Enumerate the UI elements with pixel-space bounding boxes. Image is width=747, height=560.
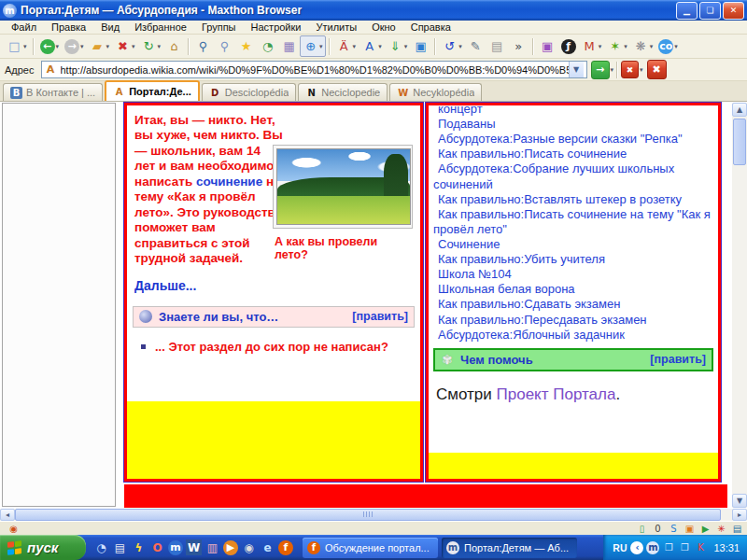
stop-big-button[interactable]: ✖ [647,60,667,79]
wiki-link[interactable]: концерт [433,103,713,117]
updater-icon[interactable]: ▶ [699,523,712,535]
wiki-link[interactable]: Школьная белая ворона [433,282,713,297]
wiki-link[interactable]: Абсурдотека:Собрание лучших школьных соч… [433,161,713,191]
dropdown-arrow[interactable]: ▾ [650,43,654,50]
wiki-link[interactable]: Школа №104 [433,267,713,282]
counter-badge[interactable]: 0 [652,523,664,535]
close-button[interactable]: ✕ [723,2,744,20]
network-icon[interactable]: ❒ [662,541,675,554]
url-text[interactable]: http://absurdopedia.wikia.com/wiki/%D0%9… [61,64,569,76]
proxy-globe-button[interactable]: ⊕ ▾ [300,35,326,57]
wiki-link[interactable]: Абсурдотека:Яблочный задачник [433,328,713,343]
restore-button[interactable]: ❏ [699,2,721,20]
tab-neciclopedie[interactable]: N Neciclopedie [298,83,388,101]
kaspersky-status-icon[interactable]: ✳ [715,523,727,535]
task-button[interactable]: m Портал:Детям — Аб... [442,538,577,558]
ball-icon[interactable]: ◉ [241,539,257,555]
dropdown-arrow[interactable]: ▾ [353,43,357,50]
stop-button[interactable]: ✖ ▾ [112,35,138,57]
dropdown-arrow[interactable]: ▾ [23,43,27,50]
translate-button[interactable]: Ä ▾ [333,35,359,57]
dropdown-arrow[interactable]: ▾ [319,43,323,50]
favorites-star-button[interactable]: ★ [235,35,257,57]
menu-item[interactable]: Правка [44,21,93,34]
scheduler-icon[interactable]: ◔ [93,539,109,555]
wiki-link[interactable]: Абсурдотека:Разные версии сказки "Репка" [433,132,713,147]
dropdown-arrow[interactable]: ▾ [378,43,382,50]
winamp-icon[interactable]: ϟ [131,539,147,555]
dropdown-arrow[interactable]: ▾ [80,43,84,50]
dropdown-arrow[interactable]: ▾ [106,43,110,50]
word-icon[interactable]: W [186,539,202,555]
tab-desciclopedia[interactable]: D Desciclopédia [202,83,296,101]
paint-icon[interactable]: ▥ [204,539,220,555]
more-link[interactable]: Дальше... [134,278,420,293]
wiki-link[interactable]: Как правильно:Вставлять штекер в розетку [433,192,713,207]
menu-item[interactable]: Файл [4,21,44,34]
co-badge-button[interactable]: co ▾ [655,35,681,57]
new-page-button[interactable]: □ ▾ [4,35,30,57]
forward-button[interactable]: → ▾ [62,35,87,57]
firefox-icon[interactable]: f [278,540,293,555]
ie-icon[interactable]: e [260,539,275,555]
menu-item[interactable]: Справка [403,21,458,34]
rss-icon[interactable]: S [668,523,680,535]
wiki-link[interactable]: Как правильно:Сдавать экзамен [433,297,713,312]
history-button[interactable]: ◔ [257,35,278,57]
language-indicator[interactable]: RU [613,542,627,553]
go-dropdown-arrow[interactable]: ▾ [611,66,614,74]
wiki-link[interactable]: Как правильно:Убить учителя [433,252,713,267]
menu-item[interactable]: Избранное [127,21,194,34]
help-edit-link[interactable]: [править] [650,353,706,366]
essay-link[interactable]: сочинение [196,175,262,189]
stop-dropdown-arrow[interactable]: ▾ [640,66,643,74]
dropdown-arrow[interactable]: ▾ [56,43,60,50]
summer-photo[interactable] [276,148,411,225]
refresh-button[interactable]: ↻ ▾ [138,35,164,57]
dropdown-arrow[interactable]: ▾ [158,43,162,50]
menu-item[interactable]: Группы [194,21,244,34]
clock[interactable]: 13:31 [713,542,740,553]
tab-vkontakte[interactable]: В В Контакте | ... [3,83,103,101]
hide-icons-chevron[interactable]: ‹ [630,541,643,554]
kaspersky-tray-icon[interactable]: K [694,541,707,554]
dropdown-arrow[interactable]: ▾ [132,43,135,50]
dropdown-arrow[interactable]: ▾ [404,43,408,50]
sketch-button[interactable]: ❋ ▾ [630,35,656,57]
gmail-button[interactable]: M ▾ [579,35,605,57]
dropdown-arrow[interactable]: ▾ [599,43,602,50]
horizontal-scroll-thumb[interactable] [15,509,721,521]
favorites-folder-button[interactable]: ▰ ▾ [87,35,113,57]
maxthon-icon[interactable]: m [168,540,183,555]
snapshot-button[interactable]: ▣ [410,35,431,57]
menu-item[interactable]: Окно [364,21,403,34]
wiki-link[interactable]: Как правильно:Пересдавать экзамен [433,313,713,328]
scroll-up-button[interactable]: ▲ [732,103,747,117]
media-player-icon[interactable]: ▶ [223,540,238,555]
tab-portal-detyam[interactable]: А Портал:Де... [105,80,200,101]
picture-button[interactable]: ▣ [537,35,558,57]
task-button[interactable]: f Обсуждение портал... [303,538,438,558]
wiki-link[interactable]: Подаваны [433,117,713,132]
dropdown-arrow[interactable]: ▾ [458,43,462,50]
flash-button[interactable]: ƒ [558,35,579,57]
scroll-right-button[interactable]: ▸ [732,509,747,521]
print-button[interactable]: ▤ [486,35,508,57]
address-dropdown-arrow[interactable]: ▼ [569,62,584,77]
dropdown-arrow[interactable]: ▾ [674,43,678,50]
filter-icon[interactable]: ▣ [684,523,696,535]
dropdown-arrow[interactable]: ▾ [624,43,627,50]
start-button[interactable]: пуск [0,535,86,560]
go-button[interactable]: → [591,61,610,79]
proxy-status-icon[interactable]: ▤ [731,523,743,535]
more-tools-chevron[interactable]: » [508,35,529,57]
vertical-scroll-thumb[interactable] [733,119,746,165]
portal-project-link[interactable]: Проект Портала [497,385,616,403]
network-icon-2[interactable]: ❒ [678,541,691,554]
address-field[interactable]: А http://absurdopedia.wikia.com/wiki/%D0… [41,61,587,78]
wiki-link[interactable]: Как правильно:Писать сочинение на тему "… [433,207,713,237]
menu-item[interactable]: Утилиты [308,21,364,34]
vertical-scrollbar[interactable]: ▲ ▼ [732,103,747,508]
stop-small-button[interactable]: ✖ [621,61,639,78]
scroll-left-button[interactable]: ◂ [0,509,15,521]
